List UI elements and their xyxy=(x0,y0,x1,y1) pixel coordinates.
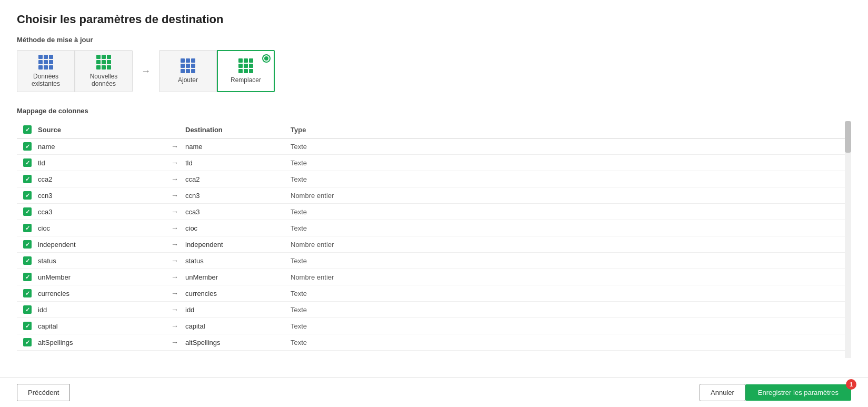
row-destination-12: altSpellings xyxy=(185,339,291,346)
row-destination-1: tld xyxy=(185,159,291,167)
row-source-8: unMember xyxy=(38,273,164,281)
row-checkbox-11[interactable] xyxy=(23,322,32,330)
row-destination-2: cca2 xyxy=(185,175,291,183)
header-type: Type xyxy=(291,126,851,134)
save-button[interactable]: Enregistrer les paramètres xyxy=(745,384,851,401)
bottom-bar: Précédent Annuler Enregistrer les paramè… xyxy=(0,378,868,407)
row-source-0: name xyxy=(38,143,164,151)
page-title: Choisir les paramètres de destination xyxy=(17,13,851,26)
row-arrow-8: → xyxy=(164,273,185,281)
method-card-existing[interactable]: Donnéesexistantes xyxy=(17,50,75,92)
table-row: unMember → unMember Nombre entier xyxy=(17,269,851,285)
row-checkbox-6[interactable] xyxy=(23,240,32,249)
row-checkbox-12[interactable] xyxy=(23,338,32,346)
method-card-new[interactable]: Nouvellesdonnées xyxy=(75,50,133,92)
row-arrow-1: → xyxy=(164,158,185,167)
table-row: name → name Texte xyxy=(17,138,851,155)
table-row: independent → independent Nombre entier xyxy=(17,236,851,253)
row-arrow-12: → xyxy=(164,338,185,346)
row-type-8: Nombre entier xyxy=(291,273,851,281)
row-checkbox-8[interactable] xyxy=(23,273,32,281)
mapping-rows: name → name Texte tld → tld Texte cca2 →… xyxy=(17,138,851,351)
row-type-11: Texte xyxy=(291,322,851,330)
row-destination-7: status xyxy=(185,257,291,265)
scrollbar-track[interactable] xyxy=(845,121,851,358)
row-arrow-0: → xyxy=(164,142,185,151)
row-source-10: idd xyxy=(38,306,164,314)
row-source-12: altSpellings xyxy=(38,339,164,346)
save-button-wrapper: Enregistrer les paramètres 1 xyxy=(745,384,851,401)
row-type-7: Texte xyxy=(291,257,851,265)
method-card-add[interactable]: Ajouter xyxy=(159,50,217,92)
scrollbar-thumb[interactable] xyxy=(845,121,851,153)
row-destination-8: unMember xyxy=(185,273,291,281)
row-checkbox-4[interactable] xyxy=(23,207,32,216)
header-source: Source xyxy=(38,126,164,134)
previous-button[interactable]: Précédent xyxy=(17,384,70,401)
table-row: cca2 → cca2 Texte xyxy=(17,171,851,187)
row-arrow-6: → xyxy=(164,240,185,249)
mapping-table-header: Source Destination Type xyxy=(17,121,851,138)
row-arrow-4: → xyxy=(164,207,185,216)
replace-label: Remplacer xyxy=(231,76,261,84)
method-selection-row: Donnéesexistantes Nouvellesdonnées → xyxy=(17,50,851,92)
row-source-3: ccn3 xyxy=(38,192,164,200)
row-source-9: currencies xyxy=(38,290,164,297)
row-checkbox-9[interactable] xyxy=(23,289,32,297)
row-source-6: independent xyxy=(38,241,164,249)
row-destination-10: idd xyxy=(185,306,291,314)
row-checkbox-1[interactable] xyxy=(23,158,32,167)
new-label: Nouvellesdonnées xyxy=(90,73,118,87)
radio-selected-indicator xyxy=(262,54,271,63)
column-mapping-label: Mappage de colonnes xyxy=(17,107,851,115)
row-checkbox-2[interactable] xyxy=(23,175,32,183)
existing-label: Donnéesexistantes xyxy=(32,73,60,87)
row-arrow-3: → xyxy=(164,191,185,200)
row-arrow-5: → xyxy=(164,224,185,232)
row-destination-9: currencies xyxy=(185,290,291,297)
row-arrow-11: → xyxy=(164,322,185,330)
grid-icon-add xyxy=(181,58,195,73)
row-destination-6: independent xyxy=(185,241,291,249)
destination-method-group: Ajouter Remplacer xyxy=(159,50,275,92)
row-source-2: cca2 xyxy=(38,175,164,183)
row-type-2: Texte xyxy=(291,175,851,183)
row-destination-5: cioc xyxy=(185,224,291,232)
save-badge: 1 xyxy=(846,379,856,390)
table-row: cioc → cioc Texte xyxy=(17,220,851,236)
row-type-9: Texte xyxy=(291,290,851,297)
header-destination: Destination xyxy=(185,126,291,134)
row-arrow-10: → xyxy=(164,305,185,314)
header-checkbox[interactable] xyxy=(23,125,32,134)
row-checkbox-5[interactable] xyxy=(23,224,32,232)
row-source-1: tld xyxy=(38,159,164,167)
row-source-7: status xyxy=(38,257,164,265)
mapping-table-container[interactable]: Source Destination Type name → name Text… xyxy=(17,121,851,358)
row-type-0: Texte xyxy=(291,143,851,151)
row-arrow-7: → xyxy=(164,256,185,265)
row-checkbox-7[interactable] xyxy=(23,256,32,265)
method-arrow: → xyxy=(141,66,151,77)
row-type-10: Texte xyxy=(291,306,851,314)
method-card-replace[interactable]: Remplacer xyxy=(217,50,275,92)
row-arrow-9: → xyxy=(164,289,185,297)
row-checkbox-10[interactable] xyxy=(23,305,32,314)
grid-icon-existing xyxy=(38,55,53,70)
table-row: ccn3 → ccn3 Nombre entier xyxy=(17,187,851,204)
grid-icon-new xyxy=(96,55,111,70)
row-type-1: Texte xyxy=(291,159,851,167)
row-source-5: cioc xyxy=(38,224,164,232)
row-type-3: Nombre entier xyxy=(291,192,851,200)
table-row: cca3 → cca3 Texte xyxy=(17,204,851,220)
table-row: tld → tld Texte xyxy=(17,155,851,171)
source-method-group: Donnéesexistantes Nouvellesdonnées xyxy=(17,50,133,92)
row-type-4: Texte xyxy=(291,208,851,216)
row-destination-3: ccn3 xyxy=(185,192,291,200)
row-source-11: capital xyxy=(38,322,164,330)
grid-icon-replace xyxy=(238,58,253,73)
cancel-button[interactable]: Annuler xyxy=(700,384,745,401)
row-source-4: cca3 xyxy=(38,208,164,216)
row-checkbox-0[interactable] xyxy=(23,142,32,151)
right-button-group: Annuler Enregistrer les paramètres 1 xyxy=(700,384,851,401)
row-checkbox-3[interactable] xyxy=(23,191,32,200)
